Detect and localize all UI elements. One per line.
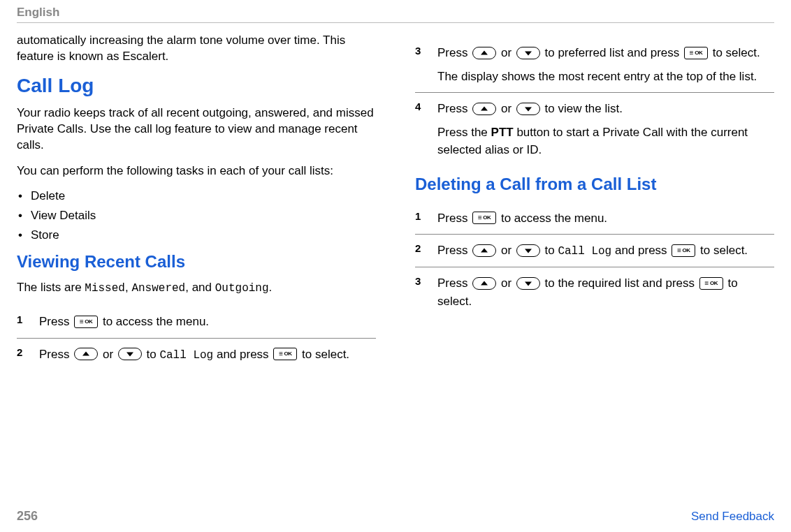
delete-step-2: 2 Press or to Call Log and press OK to s… [415, 235, 774, 267]
call-log-description: Your radio keeps track of all recent out… [17, 105, 376, 154]
text: Press [437, 102, 471, 115]
call-log-tasks-intro: You can perform the following tasks in e… [17, 163, 376, 179]
ok-button-icon: OK [699, 277, 723, 290]
page-container: English automatically increasing the ala… [0, 0, 791, 532]
text: , and [185, 281, 215, 294]
up-arrow-icon [472, 103, 496, 115]
viewing-lists-paragraph: The lists are Missed, Answered, and Outg… [17, 280, 376, 297]
viewing-recent-calls-heading: Viewing Recent Calls [17, 252, 376, 272]
step-number: 4 [415, 100, 428, 159]
up-arrow-icon [74, 348, 98, 360]
viewing-steps-continued: 3 Press or to preferred list and press O… [415, 37, 774, 166]
step-number: 2 [415, 242, 428, 260]
text: to access the menu. [501, 212, 607, 225]
text: Press [437, 212, 471, 225]
outgoing-label: Outgoing [215, 282, 269, 295]
text: to select. [700, 244, 748, 257]
viewing-steps: 1 Press OK to access the menu. 2 Press [17, 306, 376, 371]
text: and press [213, 348, 272, 361]
text: Press [39, 315, 73, 328]
step-body: Press or to preferred list and press OK … [437, 44, 774, 85]
step-body: Press or to Call Log and press OK to sel… [39, 346, 376, 364]
missed-label: Missed [85, 282, 125, 295]
text: The lists are [17, 281, 85, 294]
task-view-details: View Details [17, 209, 376, 223]
text: Press the [437, 126, 491, 139]
text: , [125, 281, 131, 294]
step-result: The display shows the most recent entry … [437, 68, 774, 86]
two-column-layout: automatically increasing the alarm tone … [17, 33, 774, 501]
call-log-menu-label: Call Log [558, 245, 611, 258]
text: . [269, 281, 273, 294]
step-body: Press OK to access the menu. [437, 209, 774, 228]
ptt-label: PTT [491, 126, 514, 139]
step-number: 3 [415, 274, 428, 310]
text: to access the menu. [103, 315, 209, 328]
text: to select. [302, 348, 349, 361]
text: Press [437, 244, 471, 257]
step-3: 3 Press or to preferred list and press O… [415, 37, 774, 93]
step-1: 1 Press OK to access the menu. [17, 306, 376, 339]
answered-label: Answered [131, 282, 185, 295]
task-list: Delete View Details Store [17, 189, 376, 242]
page-number: 256 [17, 509, 38, 524]
step-body: Press or to the required list and press … [437, 274, 774, 310]
text: to [147, 348, 160, 361]
down-arrow-icon [516, 277, 540, 290]
ok-button-icon: OK [472, 212, 496, 224]
escalert-paragraph: automatically increasing the alarm tone … [17, 33, 376, 65]
right-column: 3 Press or to preferred list and press O… [415, 33, 774, 501]
text: or [501, 244, 515, 257]
down-arrow-icon [516, 244, 540, 257]
text: to the required list and press [545, 276, 698, 290]
page-footer: 256 Send Feedback [17, 501, 774, 524]
call-log-menu-label: Call Log [159, 349, 213, 362]
text: to view the list. [545, 102, 623, 115]
step-4: 4 Press or to view the list. Press the P… [415, 93, 774, 166]
step-body: Press or to view the list. Press the PTT… [437, 100, 774, 159]
delete-step-3: 3 Press or to the required list and pres… [415, 267, 774, 317]
up-arrow-icon [472, 47, 496, 59]
text: to select. [713, 46, 760, 59]
ok-button-icon: OK [74, 316, 98, 328]
ok-button-icon: OK [273, 348, 297, 360]
left-column: automatically increasing the alarm tone … [17, 33, 376, 501]
deleting-call-heading: Deleting a Call from a Call List [415, 175, 774, 194]
text: and press [611, 244, 670, 257]
task-delete: Delete [17, 189, 376, 203]
up-arrow-icon [472, 244, 496, 257]
call-log-heading: Call Log [17, 75, 376, 97]
step-number: 2 [17, 346, 29, 364]
send-feedback-link[interactable]: Send Feedback [691, 510, 774, 524]
delete-step-1: 1 Press OK to access the menu. [415, 202, 774, 235]
text: to preferred list and press [545, 46, 683, 59]
text: or [501, 276, 515, 290]
ok-button-icon: OK [684, 47, 708, 59]
step-number: 1 [415, 209, 428, 228]
deleting-steps: 1 Press OK to access the menu. 2 Press [415, 202, 774, 318]
down-arrow-icon [516, 103, 540, 115]
down-arrow-icon [516, 47, 540, 59]
text: Press [39, 348, 73, 361]
up-arrow-icon [472, 277, 496, 290]
task-store: Store [17, 228, 376, 242]
step-2: 2 Press or to Call Log and press OK to s… [17, 339, 376, 371]
step-number: 1 [17, 313, 29, 331]
text: Press [437, 46, 471, 59]
text: or [501, 46, 515, 59]
step-body: Press or to Call Log and press OK to sel… [437, 242, 774, 260]
text: Press [437, 276, 471, 290]
down-arrow-icon [118, 348, 142, 360]
text: to [545, 244, 558, 257]
language-header: English [17, 6, 774, 23]
step-body: Press OK to access the menu. [39, 313, 376, 331]
text: or [501, 102, 515, 115]
ok-button-icon: OK [672, 244, 695, 257]
step-number: 3 [415, 44, 428, 85]
text: or [103, 348, 117, 361]
